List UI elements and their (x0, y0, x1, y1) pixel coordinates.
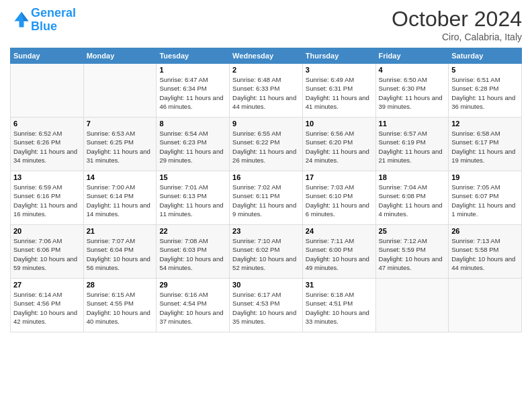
logo: General Blue (10, 7, 76, 34)
day-info: Sunrise: 6:58 AMSunset: 6:17 PMDaylight:… (451, 129, 519, 165)
subtitle: Ciro, Calabria, Italy (392, 32, 522, 42)
day-info: Sunrise: 6:57 AMSunset: 6:19 PMDaylight:… (379, 129, 446, 165)
calendar-week-3: 20Sunrise: 7:06 AMSunset: 6:06 PMDayligh… (11, 225, 522, 279)
calendar-cell: 6Sunrise: 6:52 AMSunset: 6:26 PMDaylight… (11, 118, 84, 171)
day-number: 5 (451, 66, 519, 74)
day-number: 9 (232, 120, 300, 128)
day-number: 11 (379, 120, 446, 128)
day-info: Sunrise: 7:00 AMSunset: 6:14 PMDaylight:… (87, 183, 154, 218)
day-number: 13 (13, 173, 81, 181)
day-number: 29 (159, 281, 226, 289)
day-info: Sunrise: 6:14 AMSunset: 4:56 PMDaylight:… (13, 290, 81, 326)
calendar-header-sunday: Sunday (11, 48, 84, 64)
calendar-cell: 22Sunrise: 7:08 AMSunset: 6:03 PMDayligh… (157, 225, 230, 279)
day-info: Sunrise: 6:51 AMSunset: 6:28 PMDaylight:… (451, 75, 519, 111)
day-number: 31 (306, 281, 373, 289)
calendar-cell: 25Sunrise: 7:12 AMSunset: 5:59 PMDayligh… (375, 225, 449, 279)
logo-general: General (31, 6, 76, 19)
calendar-cell: 1Sunrise: 6:47 AMSunset: 6:34 PMDaylight… (157, 64, 230, 118)
day-info: Sunrise: 7:02 AMSunset: 6:11 PMDaylight:… (232, 183, 300, 218)
calendar-week-4: 27Sunrise: 6:14 AMSunset: 4:56 PMDayligh… (11, 279, 522, 332)
day-info: Sunrise: 6:56 AMSunset: 6:20 PMDaylight:… (306, 129, 373, 165)
calendar-cell: 15Sunrise: 7:01 AMSunset: 6:13 PMDayligh… (157, 171, 230, 225)
day-info: Sunrise: 7:05 AMSunset: 6:07 PMDaylight:… (451, 183, 519, 218)
calendar-cell: 20Sunrise: 7:06 AMSunset: 6:06 PMDayligh… (11, 225, 84, 279)
day-number: 22 (159, 227, 226, 235)
calendar-header-thursday: Thursday (302, 48, 375, 64)
day-number: 3 (306, 66, 373, 74)
day-number: 18 (379, 173, 446, 181)
day-info: Sunrise: 6:55 AMSunset: 6:22 PMDaylight:… (232, 129, 300, 165)
day-number: 16 (232, 173, 300, 181)
day-number: 2 (232, 66, 300, 74)
day-number: 17 (306, 173, 373, 181)
calendar-header-tuesday: Tuesday (157, 48, 230, 64)
day-info: Sunrise: 7:13 AMSunset: 5:58 PMDaylight:… (451, 236, 519, 272)
calendar-cell: 5Sunrise: 6:51 AMSunset: 6:28 PMDaylight… (449, 64, 522, 118)
calendar-cell (83, 64, 157, 118)
title-block: October 2024 Ciro, Calabria, Italy (392, 7, 522, 42)
day-info: Sunrise: 6:47 AMSunset: 6:34 PMDaylight:… (159, 75, 226, 111)
calendar-cell: 19Sunrise: 7:05 AMSunset: 6:07 PMDayligh… (449, 171, 522, 225)
calendar-cell: 27Sunrise: 6:14 AMSunset: 4:56 PMDayligh… (11, 279, 84, 332)
day-info: Sunrise: 6:52 AMSunset: 6:26 PMDaylight:… (13, 129, 81, 165)
page: General Blue October 2024 Ciro, Calabria… (0, 0, 532, 411)
calendar-cell: 16Sunrise: 7:02 AMSunset: 6:11 PMDayligh… (230, 171, 303, 225)
calendar-header-monday: Monday (83, 48, 157, 64)
day-info: Sunrise: 7:01 AMSunset: 6:13 PMDaylight:… (159, 183, 226, 218)
day-number: 4 (379, 66, 446, 74)
day-number: 27 (13, 281, 81, 289)
calendar-cell: 13Sunrise: 6:59 AMSunset: 6:16 PMDayligh… (11, 171, 84, 225)
day-info: Sunrise: 6:59 AMSunset: 6:16 PMDaylight:… (13, 183, 81, 218)
calendar-cell: 21Sunrise: 7:07 AMSunset: 6:04 PMDayligh… (83, 225, 157, 279)
calendar-cell: 7Sunrise: 6:53 AMSunset: 6:25 PMDaylight… (83, 118, 157, 171)
calendar-week-0: 1Sunrise: 6:47 AMSunset: 6:34 PMDaylight… (11, 64, 522, 118)
day-number: 7 (87, 120, 154, 128)
day-number: 26 (451, 227, 519, 235)
day-info: Sunrise: 7:08 AMSunset: 6:03 PMDaylight:… (159, 236, 226, 272)
logo-blue: Blue (31, 19, 57, 33)
day-info: Sunrise: 7:07 AMSunset: 6:04 PMDaylight:… (87, 236, 154, 272)
day-number: 23 (232, 227, 300, 235)
calendar-cell: 30Sunrise: 6:17 AMSunset: 4:53 PMDayligh… (230, 279, 303, 332)
calendar-cell: 9Sunrise: 6:55 AMSunset: 6:22 PMDaylight… (230, 118, 303, 171)
calendar-cell: 26Sunrise: 7:13 AMSunset: 5:58 PMDayligh… (449, 225, 522, 279)
calendar-cell: 12Sunrise: 6:58 AMSunset: 6:17 PMDayligh… (449, 118, 522, 171)
day-number: 21 (87, 227, 154, 235)
day-number: 10 (306, 120, 373, 128)
logo-icon (12, 9, 31, 28)
day-info: Sunrise: 6:16 AMSunset: 4:54 PMDaylight:… (159, 290, 226, 326)
calendar-cell: 29Sunrise: 6:16 AMSunset: 4:54 PMDayligh… (157, 279, 230, 332)
calendar-header-row: SundayMondayTuesdayWednesdayThursdayFrid… (11, 48, 522, 64)
calendar-cell: 8Sunrise: 6:54 AMSunset: 6:23 PMDaylight… (157, 118, 230, 171)
calendar-cell: 17Sunrise: 7:03 AMSunset: 6:10 PMDayligh… (302, 171, 375, 225)
day-number: 25 (379, 227, 446, 235)
calendar-header-friday: Friday (375, 48, 449, 64)
day-info: Sunrise: 6:15 AMSunset: 4:55 PMDaylight:… (87, 290, 154, 326)
day-info: Sunrise: 7:11 AMSunset: 6:00 PMDaylight:… (306, 236, 373, 272)
day-info: Sunrise: 6:54 AMSunset: 6:23 PMDaylight:… (159, 129, 226, 165)
day-number: 19 (451, 173, 519, 181)
day-number: 24 (306, 227, 373, 235)
day-info: Sunrise: 7:06 AMSunset: 6:06 PMDaylight:… (13, 236, 81, 272)
day-number: 1 (159, 66, 226, 74)
day-info: Sunrise: 6:50 AMSunset: 6:30 PMDaylight:… (379, 75, 446, 111)
day-number: 15 (159, 173, 226, 181)
day-info: Sunrise: 7:10 AMSunset: 6:02 PMDaylight:… (232, 236, 300, 272)
calendar-header-wednesday: Wednesday (230, 48, 303, 64)
calendar-cell: 23Sunrise: 7:10 AMSunset: 6:02 PMDayligh… (230, 225, 303, 279)
day-info: Sunrise: 6:17 AMSunset: 4:53 PMDaylight:… (232, 290, 300, 326)
logo-text: General Blue (31, 7, 76, 34)
calendar-week-1: 6Sunrise: 6:52 AMSunset: 6:26 PMDaylight… (11, 118, 522, 171)
calendar-cell: 2Sunrise: 6:48 AMSunset: 6:33 PMDaylight… (230, 64, 303, 118)
day-info: Sunrise: 6:48 AMSunset: 6:33 PMDaylight:… (232, 75, 300, 111)
month-title: October 2024 (392, 7, 522, 32)
day-info: Sunrise: 6:18 AMSunset: 4:51 PMDaylight:… (306, 290, 373, 326)
day-number: 20 (13, 227, 81, 235)
day-info: Sunrise: 7:12 AMSunset: 5:59 PMDaylight:… (379, 236, 446, 272)
calendar-table: SundayMondayTuesdayWednesdayThursdayFrid… (10, 48, 522, 332)
calendar-cell: 24Sunrise: 7:11 AMSunset: 6:00 PMDayligh… (302, 225, 375, 279)
day-number: 28 (87, 281, 154, 289)
calendar-cell: 11Sunrise: 6:57 AMSunset: 6:19 PMDayligh… (375, 118, 449, 171)
calendar-cell: 28Sunrise: 6:15 AMSunset: 4:55 PMDayligh… (83, 279, 157, 332)
